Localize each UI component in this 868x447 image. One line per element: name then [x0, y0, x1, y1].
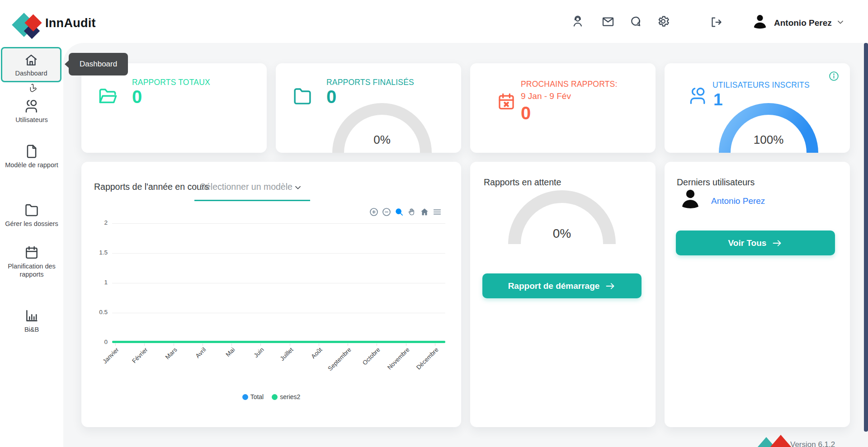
chevron-down-icon[interactable] — [835, 17, 845, 27]
sidebar-item-label: Gérer les dossiers — [0, 220, 63, 228]
chart-legend: Totalseries2 — [81, 393, 461, 400]
brand-title: InnAudit — [45, 16, 96, 30]
arrow-right-icon — [605, 281, 616, 292]
top-header: InnAudit Antonio Perez — [0, 0, 868, 43]
folder-icon — [24, 202, 39, 218]
x-axis-tick — [144, 343, 145, 346]
legend-label: series2 — [280, 393, 300, 400]
y-axis-label: 2 — [86, 219, 108, 226]
sidebar-item-mod-le-de-rapport[interactable]: Modèle de rapport — [0, 144, 63, 169]
voir-tous-button[interactable]: Voir Tous — [676, 231, 835, 255]
legend-dot — [272, 394, 278, 400]
series-line — [112, 341, 445, 343]
home-icon — [24, 53, 38, 67]
sidebar-item-label: Utilisateurs — [0, 116, 63, 124]
sidebar-nav: DashboardUtilisateursModèle de rapportGé… — [0, 43, 63, 447]
x-axis-label: Juillet — [262, 346, 295, 379]
startup-report-label: Rapport de démarrage — [508, 281, 600, 291]
stat-value: 0 — [132, 87, 142, 107]
chart-toolbar — [369, 207, 442, 217]
user-name[interactable]: Antonio Perez — [774, 18, 832, 28]
legend-item-total[interactable]: Total — [242, 393, 264, 400]
x-axis-label: Janvier — [88, 346, 120, 379]
chart-title: Rapports de l'année en cours — [94, 182, 209, 192]
voir-tous-label: Voir Tous — [728, 238, 767, 248]
vertical-scrollbar[interactable] — [864, 43, 868, 432]
sidebar-item-bi-b[interactable]: Bi&B — [0, 308, 63, 334]
settings-icon[interactable] — [656, 14, 670, 28]
user-avatar — [679, 187, 702, 212]
sidebar-item-label: Modèle de rapport — [0, 161, 63, 169]
x-axis-label: Octobre — [349, 346, 382, 379]
user-avatar[interactable] — [751, 13, 769, 30]
stat-card-utilisateurs-inscrits: UTILISATEURS INSCRITS 1 100% — [665, 63, 850, 153]
legend-item-series2[interactable]: series2 — [272, 393, 300, 400]
legend-dot — [242, 394, 248, 400]
y-axis-label: 0.5 — [86, 309, 108, 315]
startup-report-button[interactable]: Rapport de démarrage — [482, 273, 642, 298]
sidebar-item-utilisateurs[interactable]: Utilisateurs — [0, 99, 63, 124]
menu-icon[interactable] — [432, 207, 442, 217]
gridline — [112, 223, 445, 224]
stat-value: 0 — [521, 103, 531, 123]
stat-subtitle: 9 Jan - 9 Fév — [521, 91, 571, 101]
x-axis-tick — [290, 343, 290, 346]
x-axis-label: Novembre — [378, 346, 411, 379]
sidebar-item-label: Planification des rapports — [0, 262, 63, 278]
latest-users-card: Derniers utilisateurs Antonio Perez Voir… — [665, 162, 850, 427]
users-icon — [24, 99, 39, 114]
y-axis-label: 0 — [86, 339, 108, 345]
legend-label: Total — [250, 393, 264, 400]
support-icon[interactable] — [571, 14, 584, 28]
sidebar-item-g-rer-les-dossiers[interactable]: Gérer les dossiers — [0, 202, 63, 228]
mouse-cursor-icon — [27, 83, 39, 96]
gauge-percent: 0% — [539, 226, 585, 241]
stat-title: RAPPORTS FINALISÉS — [326, 78, 414, 87]
dashboard-tooltip: Dashboard — [69, 53, 128, 75]
x-axis-label: Juin — [233, 346, 266, 379]
x-axis-label: Septembre — [320, 346, 353, 379]
x-axis-label: Mai — [204, 346, 236, 379]
mail-icon[interactable] — [601, 15, 615, 28]
stat-card-prochains-rapports: PROCHAINS RAPPORTS: 9 Jan - 9 Fév 0 — [470, 63, 656, 153]
select-chevron-icon[interactable] — [293, 183, 303, 193]
x-axis-label: Mars — [146, 346, 179, 379]
users-icon — [688, 86, 708, 106]
version-label: Version 6.1.2 — [790, 440, 835, 447]
arrow-right-icon — [772, 238, 783, 249]
users-title: Derniers utilisateurs — [677, 177, 755, 188]
x-axis-label: Février — [117, 346, 149, 379]
bar-chart-icon — [24, 308, 39, 324]
logout-icon[interactable] — [709, 15, 722, 29]
sidebar-item-planification-des-rapports[interactable]: Planification des rapports — [0, 245, 63, 278]
gauge-percent: 0% — [355, 133, 409, 147]
calendar-icon — [24, 245, 39, 260]
select-underline — [194, 200, 310, 201]
x-axis-tick — [348, 343, 348, 346]
x-axis-tick — [203, 343, 203, 346]
gridline — [112, 283, 445, 283]
stat-card-rapports-totaux: RAPPORTS TOTAUX 0 — [81, 63, 267, 153]
pan-icon[interactable] — [407, 207, 417, 217]
sidebar-item-dashboard[interactable]: Dashboard — [1, 47, 61, 82]
sidebar-item-label: Dashboard — [2, 69, 60, 77]
x-axis-tick — [435, 343, 435, 346]
y-axis-label: 1 — [86, 279, 108, 286]
zoom-in-icon[interactable] — [369, 207, 379, 217]
chat-icon[interactable] — [629, 15, 643, 28]
zoom-out-icon[interactable] — [382, 207, 392, 217]
x-axis-label: Août — [291, 346, 324, 379]
chart-card: Rapports de l'année en cours Sélectionne… — [81, 162, 461, 427]
x-axis-tick — [319, 343, 319, 346]
x-axis-label: Avril — [175, 346, 208, 379]
x-axis-tick — [377, 343, 377, 346]
info-icon[interactable] — [828, 71, 840, 82]
stat-title: RAPPORTS TOTAUX — [132, 78, 210, 87]
selection-zoom-icon[interactable] — [394, 207, 404, 217]
calendar-x-icon — [496, 92, 516, 112]
latest-user-link[interactable]: Antonio Perez — [711, 196, 765, 206]
gauge-percent: 100% — [741, 133, 796, 147]
x-axis-tick — [406, 343, 406, 346]
reset-home-icon[interactable] — [420, 207, 429, 217]
x-axis-label: Décembre — [407, 346, 440, 379]
